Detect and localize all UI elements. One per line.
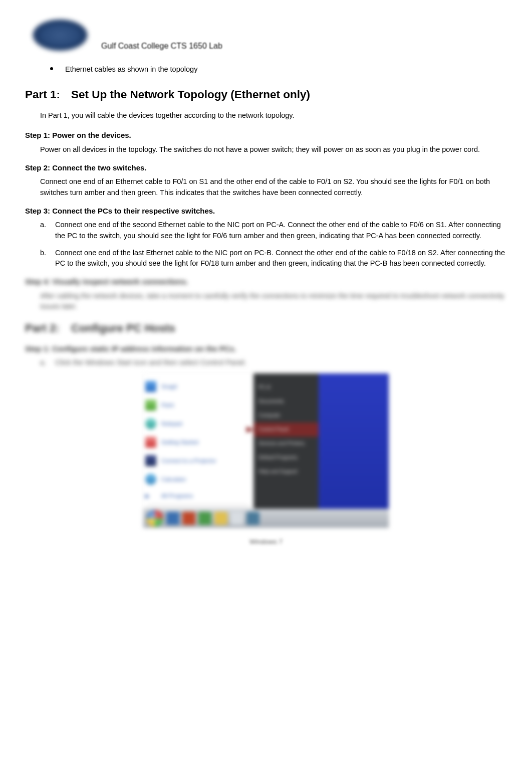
start-button-icon[interactable]	[146, 510, 163, 527]
figure-caption: Windows 7	[25, 537, 507, 547]
part2-step1-a-blurred: a. Click the Windows Start icon and then…	[40, 357, 507, 368]
step3-b-text: Connect one end of the last Ethernet cab…	[55, 248, 507, 270]
start-menu-left-pane: Snagit Paint Notepad Getting Started Con…	[143, 373, 253, 509]
app-icon	[145, 418, 156, 429]
taskbar-icon[interactable]	[182, 512, 195, 525]
chevron-right-icon: ▶	[145, 492, 156, 500]
dark-menu-help[interactable]: Help and Support	[253, 465, 319, 479]
highlight-arrow-icon	[246, 427, 253, 433]
college-logo	[25, 15, 95, 55]
blurred-region: Step 4: Visually inspect network connect…	[25, 276, 507, 547]
menu-item-paint[interactable]: Paint	[145, 397, 251, 414]
step1-body: Power on all devices in the topology. Th…	[40, 144, 507, 155]
start-menu-right-pane: PC-A Documents Computer Control Panel De…	[253, 373, 319, 509]
part2-number: Part 2:	[25, 320, 71, 336]
step4-heading-blurred: Step 4: Visually inspect network connect…	[25, 276, 507, 288]
dark-menu-documents[interactable]: Documents	[253, 395, 319, 409]
part1-intro: In Part 1, you will cable the devices to…	[40, 110, 507, 121]
app-icon	[145, 455, 156, 466]
desktop-background	[319, 373, 389, 509]
start-menu-figure: Snagit Paint Notepad Getting Started Con…	[143, 373, 389, 528]
app-icon	[145, 474, 156, 485]
part1-heading: Part 1:Set Up the Network Topology (Ethe…	[25, 86, 507, 103]
taskbar-icon[interactable]	[230, 512, 243, 525]
step3-list: a. Connect one end of the second Etherne…	[40, 220, 507, 269]
menu-item-calculator[interactable]: Calculator	[145, 471, 251, 488]
taskbar-icon[interactable]	[246, 512, 259, 525]
separator	[148, 504, 248, 505]
dark-menu-user[interactable]: PC-A	[253, 380, 319, 395]
step3-item-b: b. Connect one end of the last Ethernet …	[40, 248, 507, 270]
part1-title: Set Up the Network Topology (Ethernet on…	[71, 88, 310, 101]
step3-heading: Step 3: Connect the PCs to their respect…	[25, 206, 507, 217]
list-letter: a.	[40, 357, 55, 368]
part2-heading-blurred: Part 2:Configure PC Hosts	[25, 320, 507, 336]
app-icon	[145, 400, 156, 411]
part2-title: Configure PC Hosts	[71, 322, 175, 334]
taskbar-icon[interactable]	[166, 512, 179, 525]
course-label: Gulf Coast College CTS 1650 Lab	[101, 40, 222, 55]
step1-heading: Step 1: Power on the devices.	[25, 130, 507, 141]
list-letter: b.	[40, 248, 55, 270]
app-icon	[145, 381, 156, 392]
step3-item-a: a. Connect one end of the second Etherne…	[40, 220, 507, 242]
bullet-icon	[50, 67, 53, 70]
dark-menu-default-programs[interactable]: Default Programs	[253, 451, 319, 465]
materials-bullet: Ethernet cables as shown in the topology	[50, 64, 507, 75]
dark-menu-computer[interactable]: Computer	[253, 409, 319, 423]
part1-number: Part 1:	[25, 86, 71, 103]
menu-item-notepad[interactable]: Notepad	[145, 415, 251, 432]
taskbar-icon[interactable]	[214, 512, 227, 525]
part2-step1-heading-blurred: Step 1: Configure static IP address info…	[25, 343, 507, 355]
list-letter: a.	[40, 220, 55, 242]
menu-item-projector[interactable]: Connect to a Projector	[145, 452, 251, 469]
page-header: Gulf Coast College CTS 1650 Lab	[25, 15, 507, 55]
materials-text: Ethernet cables as shown in the topology	[65, 64, 197, 75]
app-icon	[145, 437, 156, 448]
step4-body-blurred: After cabling the network devices, take …	[40, 291, 507, 312]
step3-a-text: Connect one end of the second Ethernet c…	[55, 220, 507, 242]
menu-item-getting-started[interactable]: Getting Started	[145, 434, 251, 451]
taskbar-icon[interactable]	[198, 512, 211, 525]
step2-body: Connect one end of an Ethernet cable to …	[40, 176, 507, 199]
figure-container: Snagit Paint Notepad Getting Started Con…	[25, 373, 507, 528]
dark-menu-control-panel[interactable]: Control Panel	[253, 423, 319, 437]
menu-item-snagit[interactable]: Snagit	[145, 378, 251, 395]
step2-heading: Step 2: Connect the two switches.	[25, 162, 507, 174]
menu-item-all-programs[interactable]: ▶All Programs	[145, 489, 251, 502]
dark-menu-devices[interactable]: Devices and Printers	[253, 437, 319, 451]
part2-step1-a-text: Click the Windows Start icon and then se…	[55, 357, 246, 368]
